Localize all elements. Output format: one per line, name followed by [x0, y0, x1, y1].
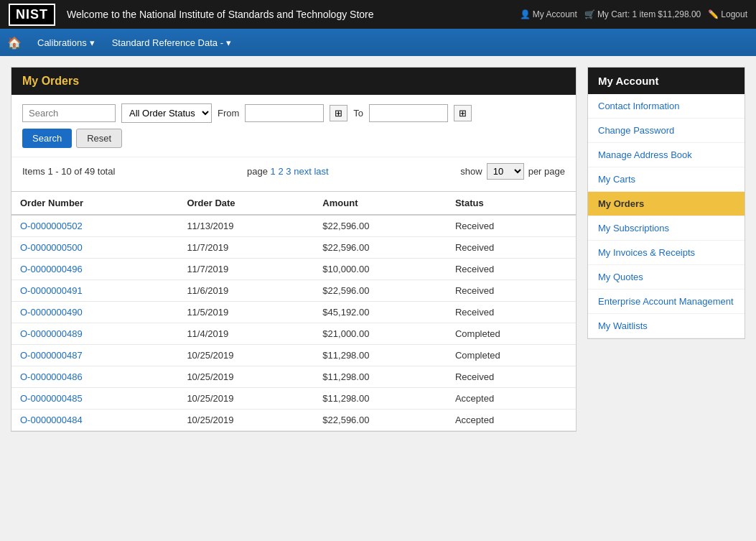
- logout-icon: ✏️: [708, 9, 719, 19]
- status-cell: Completed: [447, 323, 576, 345]
- order-number-link[interactable]: O-0000000489: [20, 328, 83, 339]
- nist-logo: NIST: [9, 4, 55, 26]
- order-number-link[interactable]: O-0000000500: [20, 242, 83, 253]
- order-number-link[interactable]: O-0000000491: [20, 285, 83, 296]
- show-row: show 10 25 50 100 per page: [460, 163, 565, 180]
- sidebar-item-change-password[interactable]: Change Password: [588, 119, 745, 143]
- sidebar-box: My Account Contact InformationChange Pas…: [587, 67, 745, 339]
- order-number-cell: O-0000000502: [11, 215, 178, 237]
- from-label: From: [218, 108, 239, 119]
- next-page-link[interactable]: next: [294, 166, 312, 177]
- table-row: O-0000000486 10/25/2019 $11,298.00 Recei…: [11, 366, 576, 388]
- amount-cell: $21,000.00: [314, 323, 447, 345]
- order-number-cell: O-0000000489: [11, 323, 178, 345]
- status-cell: Received: [447, 259, 576, 280]
- nav-standard-reference-data[interactable]: Standard Reference Data - ▾: [103, 29, 240, 56]
- person-icon: 👤: [520, 9, 531, 19]
- sidebar-item-manage-address-book[interactable]: Manage Address Book: [588, 143, 745, 167]
- sidebar-items: Contact InformationChange PasswordManage…: [588, 94, 745, 338]
- sidebar-item-my-waitlists[interactable]: My Waitlists: [588, 314, 745, 338]
- order-number-link[interactable]: O-0000000487: [20, 350, 83, 361]
- col-status: Status: [447, 192, 576, 216]
- order-number-link[interactable]: O-0000000485: [20, 393, 83, 404]
- sidebar-item-my-quotes[interactable]: My Quotes: [588, 265, 745, 290]
- order-date-cell: 10/25/2019: [178, 366, 314, 388]
- table-row: O-0000000490 11/5/2019 $45,192.00 Receiv…: [11, 302, 576, 323]
- nav-calibrations[interactable]: Calibrations ▾: [29, 29, 103, 56]
- order-number-link[interactable]: O-0000000484: [20, 415, 83, 425]
- buttons-row: Search Reset: [11, 129, 576, 157]
- order-number-link[interactable]: O-0000000490: [20, 307, 83, 318]
- amount-cell: $22,596.00: [314, 280, 447, 302]
- reset-button[interactable]: Reset: [76, 129, 122, 148]
- my-account-link[interactable]: 👤 My Account: [520, 9, 577, 19]
- filters-row: All Order Status From ⊞ To ⊞: [11, 95, 576, 129]
- logout-link[interactable]: ✏️ Logout: [708, 9, 747, 19]
- table-header-row: Order Number Order Date Amount Status: [11, 192, 576, 216]
- page-links: page 1 2 3 next last: [247, 166, 329, 177]
- orders-box: My Orders All Order Status From ⊞ To ⊞ S…: [11, 67, 577, 432]
- page-2-link[interactable]: 2: [278, 166, 283, 177]
- order-number-link[interactable]: O-0000000486: [20, 371, 83, 382]
- last-page-link[interactable]: last: [314, 166, 328, 177]
- per-page-select[interactable]: 10 25 50 100: [487, 163, 524, 180]
- col-order-date: Order Date: [178, 192, 314, 216]
- page-1-link[interactable]: 1: [271, 166, 276, 177]
- table-row: O-0000000491 11/6/2019 $22,596.00 Receiv…: [11, 280, 576, 302]
- page-3-link[interactable]: 3: [286, 166, 291, 177]
- sidebar-item-my-invoices--receipts[interactable]: My Invoices & Receipts: [588, 241, 745, 265]
- order-date-cell: 10/25/2019: [178, 345, 314, 366]
- search-input[interactable]: [22, 104, 116, 122]
- table-row: O-0000000485 10/25/2019 $11,298.00 Accep…: [11, 388, 576, 410]
- status-cell: Received: [447, 302, 576, 323]
- navbar: 🏠 Calibrations ▾ Standard Reference Data…: [0, 29, 756, 56]
- order-number-cell: O-0000000490: [11, 302, 178, 323]
- header-title: Welcome to the National Institute of Sta…: [67, 9, 520, 20]
- to-date-input[interactable]: [369, 104, 448, 122]
- per-page-label: per page: [528, 166, 565, 177]
- amount-cell: $22,596.00: [314, 215, 447, 237]
- from-calendar-button[interactable]: ⊞: [330, 105, 347, 121]
- order-date-cell: 11/7/2019: [178, 237, 314, 259]
- status-cell: Received: [447, 215, 576, 237]
- table-row: O-0000000502 11/13/2019 $22,596.00 Recei…: [11, 215, 576, 237]
- status-select[interactable]: All Order Status: [121, 103, 212, 123]
- order-date-cell: 11/6/2019: [178, 280, 314, 302]
- sidebar-item-my-carts[interactable]: My Carts: [588, 167, 745, 192]
- table-row: O-0000000487 10/25/2019 $11,298.00 Compl…: [11, 345, 576, 366]
- search-button[interactable]: Search: [22, 129, 72, 148]
- pagination-row: Items 1 - 10 of 49 total page 1 2 3 next…: [11, 157, 576, 185]
- order-number-cell: O-0000000496: [11, 259, 178, 280]
- table-row: O-0000000484 10/25/2019 $22,596.00 Accep…: [11, 410, 576, 431]
- order-number-link[interactable]: O-0000000496: [20, 264, 83, 274]
- sidebar-item-my-subscriptions[interactable]: My Subscriptions: [588, 216, 745, 241]
- sidebar-item-contact-information[interactable]: Contact Information: [588, 94, 745, 119]
- orders-title: My Orders: [11, 68, 576, 95]
- to-calendar-button[interactable]: ⊞: [454, 105, 472, 121]
- status-cell: Accepted: [447, 410, 576, 431]
- amount-cell: $11,298.00: [314, 366, 447, 388]
- home-button[interactable]: 🏠: [7, 36, 22, 50]
- to-label: To: [353, 108, 363, 119]
- sidebar-item-my-orders[interactable]: My Orders: [588, 192, 745, 216]
- col-order-number: Order Number: [11, 192, 178, 216]
- page-label: page: [247, 166, 268, 177]
- order-date-cell: 10/25/2019: [178, 388, 314, 410]
- status-cell: Received: [447, 366, 576, 388]
- order-number-link[interactable]: O-0000000502: [20, 221, 83, 231]
- order-date-cell: 11/13/2019: [178, 215, 314, 237]
- amount-cell: $22,596.00: [314, 237, 447, 259]
- order-number-cell: O-0000000500: [11, 237, 178, 259]
- amount-cell: $11,298.00: [314, 345, 447, 366]
- status-cell: Received: [447, 237, 576, 259]
- show-label: show: [460, 166, 482, 177]
- my-cart-link[interactable]: 🛒 My Cart: 1 item $11,298.00: [584, 9, 701, 19]
- sidebar-title: My Account: [588, 68, 745, 94]
- order-number-cell: O-0000000486: [11, 366, 178, 388]
- content: My Orders All Order Status From ⊞ To ⊞ S…: [0, 56, 756, 443]
- order-date-cell: 11/5/2019: [178, 302, 314, 323]
- table-row: O-0000000500 11/7/2019 $22,596.00 Receiv…: [11, 237, 576, 259]
- sidebar-item-enterprise-account-management[interactable]: Enterprise Account Management: [588, 290, 745, 314]
- from-date-input[interactable]: [245, 104, 324, 122]
- orders-table: Order Number Order Date Amount Status O-…: [11, 191, 576, 431]
